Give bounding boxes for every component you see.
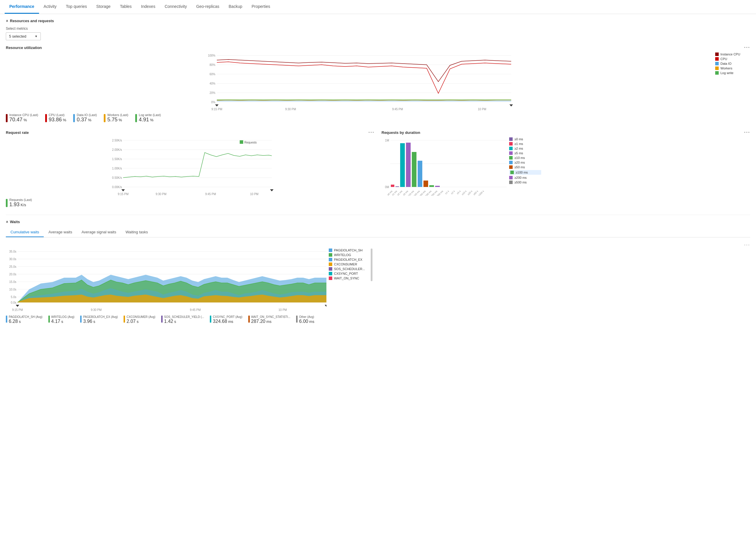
svg-rect-49: [423, 180, 428, 187]
svg-text:80%: 80%: [209, 63, 215, 67]
waits-legend: PAGEIOLATCH_SH WRITELOG PAGEIOLATCH_EX C…: [329, 248, 370, 281]
svg-text:20%: 20%: [209, 91, 215, 94]
tab-performance[interactable]: Performance: [5, 0, 39, 14]
metric-log-write: Log write (Last) 4.91 %: [135, 113, 161, 123]
waits-tab-signal[interactable]: Average signal waits: [77, 228, 121, 237]
tab-geo-replicas[interactable]: Geo-replicas: [191, 0, 224, 14]
svg-text:≥2 ms: ≥2 ms: [397, 190, 403, 196]
requests-by-duration-section: Requests by duration ··· 1M 0M: [381, 130, 750, 208]
svg-text:30.0s: 30.0s: [9, 257, 16, 261]
resource-metrics-row: Instance CPU (Last) 70.47 % CPU (Last) 9…: [6, 113, 750, 123]
tab-backup[interactable]: Backup: [224, 0, 247, 14]
tab-indexes[interactable]: Indexes: [136, 0, 160, 14]
svg-rect-50: [429, 185, 434, 187]
request-rate-section: Request rate ··· 2.50K/s 2.00K/s 1.50K/s…: [6, 130, 375, 208]
svg-text:20.0s: 20.0s: [9, 273, 16, 276]
waits-section-header[interactable]: ∧ Waits: [6, 220, 750, 224]
bottom-metric-pageiolatch-sh: PAGEIOLATCH_SH (Avg) 6.28 s: [6, 315, 42, 324]
svg-text:≥5 s: ≥5 s: [456, 190, 461, 195]
svg-text:25.0s: 25.0s: [9, 265, 16, 268]
tab-storage[interactable]: Storage: [92, 0, 115, 14]
legend-500ms: ≥500 ms: [509, 180, 541, 184]
svg-rect-46: [406, 143, 411, 187]
resources-section-header[interactable]: ∧ Resources and requests: [6, 19, 750, 23]
chevron-icon: ∧: [6, 19, 8, 23]
svg-text:9:45 PM: 9:45 PM: [392, 108, 403, 111]
request-rate-title: Request rate ···: [6, 130, 375, 135]
resource-utilization-svg: 100% 80% 60% 40% 20% 0%: [6, 53, 711, 111]
legend-log-write: Log write: [715, 71, 750, 75]
resource-utilization-more[interactable]: ···: [744, 45, 750, 50]
tab-connectivity[interactable]: Connectivity: [160, 0, 191, 14]
bottom-metric-wait-on-sync: WAIT_ON_SYNC_STATISTI... 287.20 ms: [248, 315, 291, 324]
bottom-metric-pagebolatch-ex: PAGEBOLATCH_EX (Avg) 3.96 s: [80, 315, 118, 324]
svg-marker-12: [215, 104, 218, 106]
select-metrics-dropdown[interactable]: 5 selected ▼: [6, 32, 41, 40]
request-rate-metrics-row: Requests (Last) 1.93 K/s: [6, 198, 375, 208]
legend-5ms: ≥5 ms: [509, 151, 541, 155]
requests-by-duration-more[interactable]: ···: [744, 130, 750, 135]
metric-data-io: Data IO (Last) 0.37 %: [73, 113, 97, 123]
legend-sos-scheduler: SOS_SCHEDULER...: [329, 267, 370, 271]
svg-text:10 PM: 10 PM: [250, 192, 259, 196]
waits-tab-waiting[interactable]: Waiting tasks: [121, 228, 153, 237]
select-metrics-value: 5 selected: [9, 34, 26, 38]
svg-text:0.00K/s: 0.00K/s: [112, 185, 122, 189]
request-rate-more[interactable]: ···: [368, 130, 375, 135]
svg-rect-45: [400, 143, 405, 187]
svg-text:9:30 PM: 9:30 PM: [156, 192, 166, 196]
legend-2ms: ≥2 ms: [509, 147, 541, 150]
svg-rect-44: [395, 186, 399, 187]
waits-chevron-icon: ∧: [6, 220, 8, 224]
bottom-metric-sos-scheduler: SOS_SCHEDULER_YIELD (... 1.42 s: [161, 315, 204, 324]
svg-text:2.00K/s: 2.00K/s: [112, 148, 122, 151]
waits-section-title: Waits: [10, 220, 20, 224]
legend-pageiolatch-sh: PAGEIOLATCH_SH: [329, 248, 370, 252]
svg-text:9:45 PM: 9:45 PM: [205, 192, 216, 196]
legend-cpu: CPU: [715, 57, 750, 61]
svg-text:9:15 PM: 9:15 PM: [211, 108, 222, 111]
resources-section-title: Resources and requests: [10, 19, 54, 23]
svg-text:≥20 s: ≥20 s: [467, 190, 473, 196]
request-rate-svg: 2.50K/s 2.00K/s 1.50K/s 1.00K/s 0.50K/s …: [6, 137, 375, 196]
resource-utilization-legend: Instance CPU CPU Data IO Workers Log wri…: [715, 53, 750, 76]
svg-text:≥2 s: ≥2 s: [450, 190, 455, 195]
svg-text:60%: 60%: [209, 73, 215, 76]
bottom-metric-cxconsumer: CXCONSUMER (Avg) 2.07 s: [123, 315, 155, 324]
svg-marker-33: [270, 189, 274, 191]
bottom-metric-writelog: WRITELOG (Avg) 4.17 s: [49, 315, 75, 324]
svg-text:100%: 100%: [208, 54, 215, 57]
tab-properties[interactable]: Properties: [247, 0, 275, 14]
cumulative-waits-more[interactable]: ···: [744, 242, 750, 247]
svg-text:≥100 s: ≥100 s: [478, 190, 484, 196]
svg-text:0%: 0%: [211, 101, 216, 104]
legend-pageiolatch-ex: PAGEIOLATCH_EX: [329, 258, 370, 261]
legend-writelog: WRITELOG: [329, 253, 370, 257]
requests-by-duration-svg: 1M 0M: [381, 137, 507, 196]
waits-bottom-metrics: PAGEIOLATCH_SH (Avg) 6.28 s WRITELOG (Av…: [6, 315, 750, 324]
legend-10ms: ≥10 ms: [509, 156, 541, 160]
svg-text:9:30 PM: 9:30 PM: [91, 308, 101, 312]
resource-utilization-title: Resource utilization ···: [6, 45, 750, 50]
svg-text:10 PM: 10 PM: [478, 108, 486, 111]
tab-tables[interactable]: Tables: [115, 0, 136, 14]
svg-rect-30: [240, 140, 243, 144]
waits-tab-average[interactable]: Average waits: [44, 228, 77, 237]
legend-cxsync-port: CXSYNC_PORT: [329, 272, 370, 275]
bottom-metric-other: Other (Avg) 6.00 ms: [296, 315, 314, 324]
svg-text:35.0s: 35.0s: [9, 250, 16, 253]
legend-20ms: ≥20 ms: [509, 161, 541, 164]
bottom-metric-cxsync-port: CXSYNC_PORT (Avg) 324.68 ms: [210, 315, 242, 324]
tab-activity[interactable]: Activity: [39, 0, 61, 14]
section-divider: [6, 215, 750, 215]
waits-tab-cumulative[interactable]: Cumulative waits: [6, 228, 44, 237]
metric-instance-cpu: Instance CPU (Last) 70.47 %: [6, 113, 38, 123]
waits-legend-scrollbar[interactable]: [371, 248, 372, 281]
svg-text:9:15 PM: 9:15 PM: [12, 308, 23, 312]
svg-text:9:15 PM: 9:15 PM: [118, 192, 128, 196]
two-col-charts: Request rate ··· 2.50K/s 2.00K/s 1.50K/s…: [6, 130, 750, 208]
tab-top-queries[interactable]: Top queries: [61, 0, 92, 14]
cumulative-waits-section: ··· 35.0s 30.0s 25.0s 20.0s 15.0s 10.0s: [6, 242, 750, 324]
svg-text:0.0s: 0.0s: [11, 301, 16, 304]
svg-text:15.0s: 15.0s: [9, 280, 16, 284]
